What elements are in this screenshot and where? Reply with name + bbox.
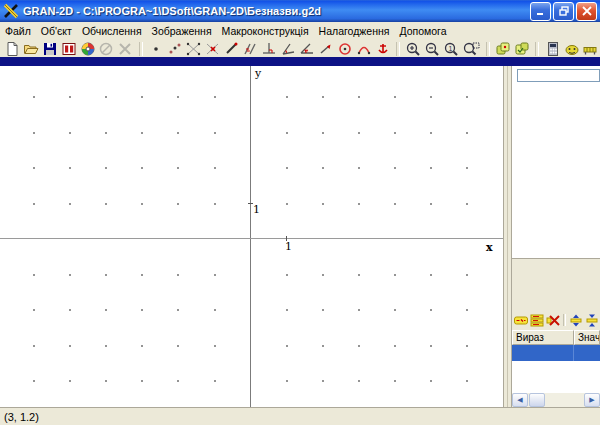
scroll-right-button[interactable]: ▶ — [584, 393, 600, 407]
minimize-button[interactable] — [530, 2, 551, 21]
arc-tool-button[interactable] — [354, 40, 373, 58]
grid-dot — [322, 167, 324, 169]
grid-dot — [141, 345, 143, 347]
zoom-out-button[interactable] — [423, 40, 442, 58]
grid-dot — [69, 167, 71, 169]
table-icon — [582, 41, 598, 57]
y-axis-label: y — [255, 68, 261, 79]
grid-dot — [394, 380, 396, 382]
grid-dot — [322, 203, 324, 205]
vector-tool-button[interactable] — [316, 40, 335, 58]
crossing-segments-tool-button[interactable] — [184, 40, 203, 58]
segment-tool-button[interactable] — [222, 40, 241, 58]
zoom-window-button[interactable] — [460, 40, 482, 58]
table-button[interactable] — [581, 40, 600, 58]
menu-file[interactable]: Файл — [0, 23, 36, 39]
grid-dot — [322, 274, 324, 276]
grid-dot — [214, 167, 216, 169]
grid-dot — [358, 380, 360, 382]
sort-expand-button[interactable] — [568, 311, 584, 329]
menu-help[interactable]: Допомога — [394, 23, 451, 39]
title-bar[interactable]: GRAN-2D - C:\PROGRA~1\DSoft\GRAN-2D\Безн… — [0, 0, 600, 22]
sort-expand-icon — [569, 314, 583, 327]
x-tick-label: 1 — [285, 241, 292, 252]
grid-dot — [141, 380, 143, 382]
zoom-in-button[interactable] — [404, 40, 423, 58]
grid-dot — [394, 345, 396, 347]
menu-object[interactable]: Об'єкт — [36, 23, 77, 39]
open-button[interactable] — [22, 40, 41, 58]
coords-table-button[interactable] — [59, 40, 78, 58]
perpendicular-tool-button[interactable] — [260, 40, 279, 58]
menu-debug[interactable]: Налагодження — [314, 23, 395, 39]
menu-calculations[interactable]: Обчислення — [77, 23, 147, 39]
selected-table-row[interactable] — [512, 345, 600, 361]
drawing-canvas[interactable]: y x 1 1 — [0, 66, 503, 407]
restore-button[interactable] — [553, 2, 574, 21]
grid-dot — [358, 132, 360, 134]
measure-button[interactable] — [562, 40, 581, 58]
zoom-window-icon — [462, 41, 480, 57]
grid-dot — [214, 345, 216, 347]
grid-dot — [105, 274, 107, 276]
panel-horizontal-scrollbar[interactable]: ◀ ▶ — [512, 393, 600, 407]
angle-icon — [280, 41, 296, 57]
grid-dot — [466, 132, 468, 134]
angle-tool-button[interactable] — [279, 40, 298, 58]
points-tool-button[interactable] — [165, 40, 184, 58]
scrollbar-thumb[interactable] — [529, 393, 545, 407]
close-icon — [582, 6, 592, 16]
parallel-tool-button[interactable] — [241, 40, 260, 58]
scroll-left-button[interactable]: ◀ — [512, 393, 528, 407]
anchor-tool-button[interactable] — [373, 40, 392, 58]
grid-dot — [430, 132, 432, 134]
column-header-value[interactable]: Значен — [574, 330, 600, 345]
panel-splitter[interactable] — [503, 66, 512, 407]
grid-dot — [33, 203, 35, 205]
grid-dot — [430, 274, 432, 276]
calculator-icon — [545, 41, 561, 57]
macro-paste-button[interactable] — [513, 40, 532, 58]
coords-table-icon — [61, 41, 77, 57]
color-wheel-button[interactable] — [78, 40, 97, 58]
expression-table-body[interactable] — [512, 361, 600, 393]
grid-dot — [33, 345, 35, 347]
calculator-button[interactable] — [543, 40, 562, 58]
menu-macroconstruction[interactable]: Макроконструкція — [217, 23, 314, 39]
x-axis-label: x — [486, 242, 493, 253]
macro-copy-button[interactable] — [494, 40, 513, 58]
sort-collapse-button[interactable] — [584, 311, 600, 329]
grid-dot — [466, 96, 468, 98]
intersection-tool-button[interactable] — [203, 40, 222, 58]
grid-dot — [33, 309, 35, 311]
grid-dot — [358, 203, 360, 205]
column-header-expression[interactable]: Вираз — [512, 330, 574, 345]
intersection-icon — [205, 41, 221, 57]
close-button[interactable] — [576, 2, 597, 21]
delete-expression-button[interactable] — [545, 311, 561, 329]
grid-dot — [33, 167, 35, 169]
grid-dot — [358, 309, 360, 311]
column-divider — [573, 345, 574, 361]
grid-dot — [286, 96, 288, 98]
point-tool-button[interactable] — [147, 40, 166, 58]
grid-dot — [394, 203, 396, 205]
segment-icon — [224, 41, 240, 57]
parallel-icon — [242, 41, 258, 57]
save-button[interactable] — [40, 40, 59, 58]
grid-dot — [105, 167, 107, 169]
new-button[interactable] — [3, 40, 22, 58]
zoom-normal-button[interactable]: 1 — [441, 40, 460, 58]
grid-dot — [105, 132, 107, 134]
expression-list-button[interactable] — [529, 311, 545, 329]
separator-band — [0, 57, 600, 66]
add-expression-button[interactable] — [513, 311, 529, 329]
marked-angle-tool-button[interactable] — [298, 40, 317, 58]
circle-tool-button[interactable] — [335, 40, 354, 58]
add-expression-icon — [514, 314, 528, 327]
grid-dot — [214, 96, 216, 98]
expression-input[interactable] — [517, 69, 600, 82]
save-icon — [42, 41, 58, 57]
menu-image[interactable]: Зображення — [147, 23, 217, 39]
points-icon — [167, 41, 183, 57]
